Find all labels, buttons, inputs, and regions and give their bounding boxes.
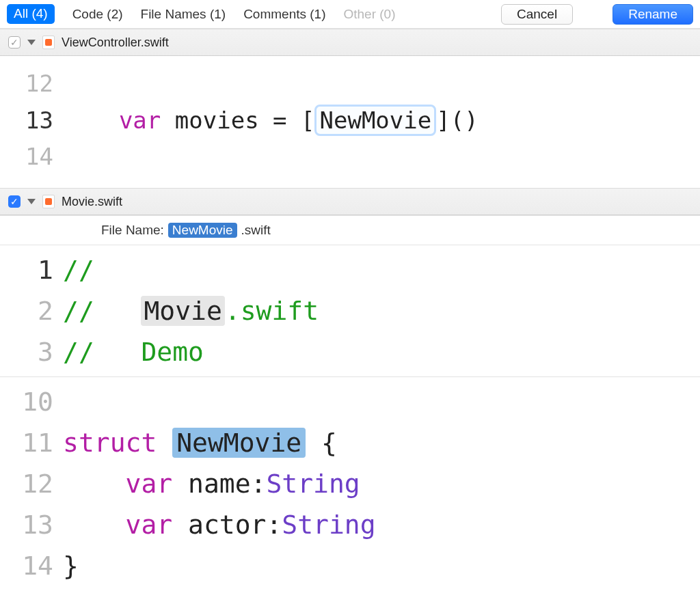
swift-file-icon	[42, 195, 55, 208]
line-number: 14	[0, 139, 63, 176]
line-number: 10	[0, 381, 63, 422]
line-number: 1	[0, 249, 63, 290]
tab-comments[interactable]: Comments (1)	[243, 7, 325, 22]
file-checkbox[interactable]: ✓	[8, 195, 21, 208]
file-checkbox[interactable]: ✓	[8, 36, 21, 49]
filename-label: File Name:	[101, 223, 164, 238]
code-line[interactable]: var movies = [NewMovie]()	[63, 102, 479, 139]
line-number: 3	[0, 331, 63, 372]
line-number: 13	[0, 102, 63, 139]
file-header-movie[interactable]: ✓ Movie.swift	[0, 188, 700, 215]
code-line[interactable]: // Movie.swift	[63, 290, 319, 331]
code-line[interactable]: struct NewMovie {	[63, 422, 337, 463]
rename-button[interactable]: Rename	[612, 4, 693, 25]
swift-file-icon	[42, 36, 55, 49]
file-name-label: Movie.swift	[62, 195, 122, 209]
filename-rename-row: File Name: NewMovie.swift	[0, 215, 700, 245]
tab-other: Other (0)	[343, 7, 395, 22]
line-number: 11	[0, 422, 63, 463]
tab-filenames[interactable]: File Names (1)	[141, 7, 226, 22]
line-number: 2	[0, 290, 63, 331]
code-block-file2a: 1 // 2 // Movie.swift 3 // Demo	[0, 245, 700, 376]
code-block-file2b: 10 11 struct NewMovie { 12 var name:Stri…	[0, 377, 700, 591]
filter-bar: All (4) Code (2) File Names (1) Comments…	[0, 0, 700, 29]
code-line[interactable]: var name:String	[63, 463, 360, 504]
disclosure-triangle-icon[interactable]	[27, 40, 36, 45]
line-number: 12	[0, 66, 63, 102]
tab-code[interactable]: Code (2)	[72, 7, 123, 22]
line-number: 14	[0, 545, 63, 586]
code-block-file1: 12 13 var movies = [NewMovie]() 14	[0, 56, 700, 188]
filename-ext: .swift	[241, 223, 271, 238]
cancel-button[interactable]: Cancel	[501, 4, 573, 25]
code-line[interactable]: // Demo	[63, 331, 204, 372]
code-line[interactable]: var actor:String	[63, 504, 376, 545]
rename-occurrence-comment[interactable]: Movie	[141, 296, 224, 326]
rename-occurrence[interactable]: NewMovie	[172, 428, 306, 458]
line-number: 15	[0, 586, 63, 591]
tab-all[interactable]: All (4)	[7, 4, 55, 24]
rename-occurrence[interactable]: NewMovie	[314, 105, 436, 136]
line-number: 12	[0, 463, 63, 504]
code-line[interactable]: }	[63, 545, 79, 586]
rename-occurrence[interactable]: NewMovie	[168, 223, 237, 238]
file-name-label: ViewController.swift	[62, 36, 169, 50]
disclosure-triangle-icon[interactable]	[27, 199, 36, 204]
code-line[interactable]: //	[63, 249, 110, 290]
line-number: 13	[0, 504, 63, 545]
file-header-viewcontroller[interactable]: ✓ ViewController.swift	[0, 29, 700, 56]
